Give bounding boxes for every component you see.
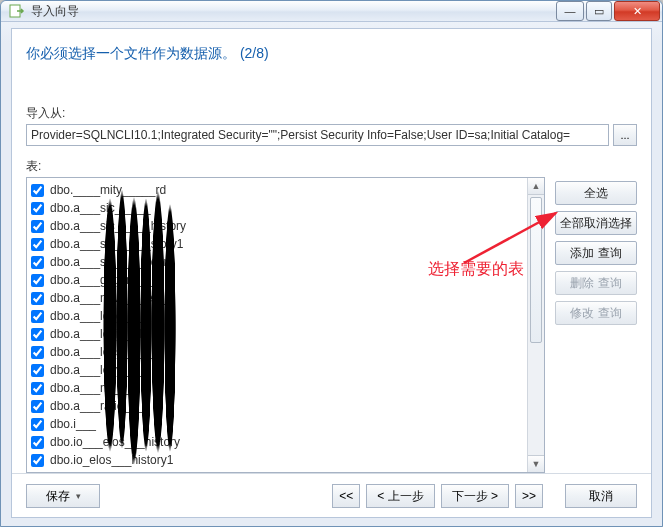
add-query-button[interactable]: 添加 查询 (555, 241, 637, 265)
browse-button[interactable]: ... (613, 124, 637, 146)
select-all-button[interactable]: 全选 (555, 181, 637, 205)
titlebar: 导入向导 — ▭ ✕ (1, 1, 662, 22)
table-row[interactable]: dbo.a___le_v___ (29, 361, 525, 379)
table-row-label: dbo.a___ght_inf____ (50, 273, 163, 287)
last-button[interactable]: >> (515, 484, 543, 508)
table-row[interactable]: dbo.a___ratio___o (29, 397, 525, 415)
table-row-label: dbo.a___sic_i____history (50, 219, 186, 233)
table-row-checkbox[interactable] (31, 364, 44, 377)
chevron-down-icon: ▾ (76, 491, 81, 501)
deselect-all-button[interactable]: 全部取消选择 (555, 211, 637, 235)
scroll-thumb[interactable] (530, 197, 542, 343)
next-button[interactable]: 下一步 > (441, 484, 509, 508)
table-row[interactable]: dbo.a___ght_inf____ (29, 271, 525, 289)
client-area: 你必须选择一个文件作为数据源。 (2/8) 导入从: ... 表: dbo.__… (11, 28, 652, 518)
table-row-label: dbo.a___nove___e__ (50, 291, 166, 305)
side-buttons: 全选 全部取消选择 添加 查询 删除 查询 修改 查询 (555, 177, 637, 473)
tables-area: dbo.____mity_____rddbo.a___sic_i____dbo.… (26, 177, 637, 473)
table-row-checkbox[interactable] (31, 292, 44, 305)
table-row-label: dbo.____mity_____rd (50, 183, 166, 197)
cancel-button[interactable]: 取消 (565, 484, 637, 508)
table-row-label: dbo.a___sic_i____ (50, 201, 151, 215)
previous-button[interactable]: < 上一步 (366, 484, 434, 508)
table-row[interactable]: dbo.io_elos___history1 (29, 451, 525, 469)
table-row-label: dbo.io___elos___history (50, 435, 180, 449)
tables-list[interactable]: dbo.____mity_____rddbo.a___sic_i____dbo.… (27, 178, 527, 472)
app-icon (9, 3, 25, 19)
table-row-label: dbo.a___le_s___i__ (50, 345, 158, 359)
tables-listbox: dbo.____mity_____rddbo.a___sic_i____dbo.… (26, 177, 545, 473)
table-row[interactable]: dbo.a___le_c____ (29, 307, 525, 325)
delete-query-button[interactable]: 删除 查询 (555, 271, 637, 295)
window-controls: — ▭ ✕ (554, 1, 660, 21)
table-row-label: dbo.a___ratio___o (50, 399, 150, 413)
table-row-label: dbo.i___ (50, 417, 96, 431)
table-row-checkbox[interactable] (31, 382, 44, 395)
first-button[interactable]: << (332, 484, 360, 508)
vertical-scrollbar[interactable]: ▲ ▼ (527, 178, 544, 472)
window: 导入向导 — ▭ ✕ 你必须选择一个文件作为数据源。 (2/8) 导入从: ..… (0, 0, 663, 527)
table-row[interactable]: dbo.a___le_s___i__ (29, 343, 525, 361)
table-row-checkbox[interactable] (31, 202, 44, 215)
table-row[interactable]: dbo.a___nove___e__ (29, 289, 525, 307)
table-row-label: dbo.a___na___ (50, 381, 133, 395)
window-title: 导入向导 (31, 3, 554, 20)
scroll-down-button[interactable]: ▼ (528, 455, 544, 472)
table-row-checkbox[interactable] (31, 274, 44, 287)
table-row-checkbox[interactable] (31, 238, 44, 251)
table-row-checkbox[interactable] (31, 400, 44, 413)
close-button[interactable]: ✕ (614, 1, 660, 21)
maximize-button[interactable]: ▭ (586, 1, 612, 21)
table-row-label: dbo.a___le_c____ (50, 309, 149, 323)
table-row[interactable]: dbo.a___na___ (29, 379, 525, 397)
table-row[interactable]: dbo.a___le_i___ll (29, 325, 525, 343)
table-row[interactable]: dbo.io___elos___history (29, 433, 525, 451)
modify-query-button[interactable]: 修改 查询 (555, 301, 637, 325)
bottom-bar: 保存 ▾ << < 上一步 下一步 > >> 取消 (12, 473, 651, 517)
table-row-checkbox[interactable] (31, 310, 44, 323)
save-button-label: 保存 (46, 488, 70, 505)
table-row-checkbox[interactable] (31, 220, 44, 233)
table-row-label: dbo.a___le_v___ (50, 363, 142, 377)
import-row: ... (26, 124, 637, 146)
tables-label: 表: (26, 158, 637, 175)
page-title: 你必须选择一个文件作为数据源。 (2/8) (26, 45, 637, 63)
minimize-button[interactable]: — (556, 1, 584, 21)
scroll-up-button[interactable]: ▲ (528, 178, 544, 195)
table-row-checkbox[interactable] (31, 418, 44, 431)
table-row-label: dbo.a___sic_i____story1 (50, 237, 183, 251)
table-row-checkbox[interactable] (31, 436, 44, 449)
table-row-checkbox[interactable] (31, 454, 44, 467)
import-from-label: 导入从: (26, 105, 637, 122)
table-row-label: dbo.a___sic_i____cent (50, 255, 173, 269)
table-row-label: dbo.io_elos___history1 (50, 453, 173, 467)
table-row[interactable]: dbo.i___ (29, 415, 525, 433)
table-row-checkbox[interactable] (31, 346, 44, 359)
table-row-checkbox[interactable] (31, 328, 44, 341)
connection-string-input[interactable] (26, 124, 609, 146)
table-row[interactable]: dbo.a___sic_i____history (29, 217, 525, 235)
table-row[interactable]: dbo.a___sic_i____ (29, 199, 525, 217)
table-row-checkbox[interactable] (31, 256, 44, 269)
table-row-checkbox[interactable] (31, 184, 44, 197)
table-row-label: dbo.a___le_i___ll (50, 327, 144, 341)
table-row[interactable]: dbo.____mity_____rd (29, 181, 525, 199)
table-row[interactable]: dbo.a___sic_i____story1 (29, 235, 525, 253)
scroll-track[interactable] (528, 195, 544, 455)
save-button[interactable]: 保存 ▾ (26, 484, 100, 508)
table-row[interactable]: dbo.a___sic_i____cent (29, 253, 525, 271)
